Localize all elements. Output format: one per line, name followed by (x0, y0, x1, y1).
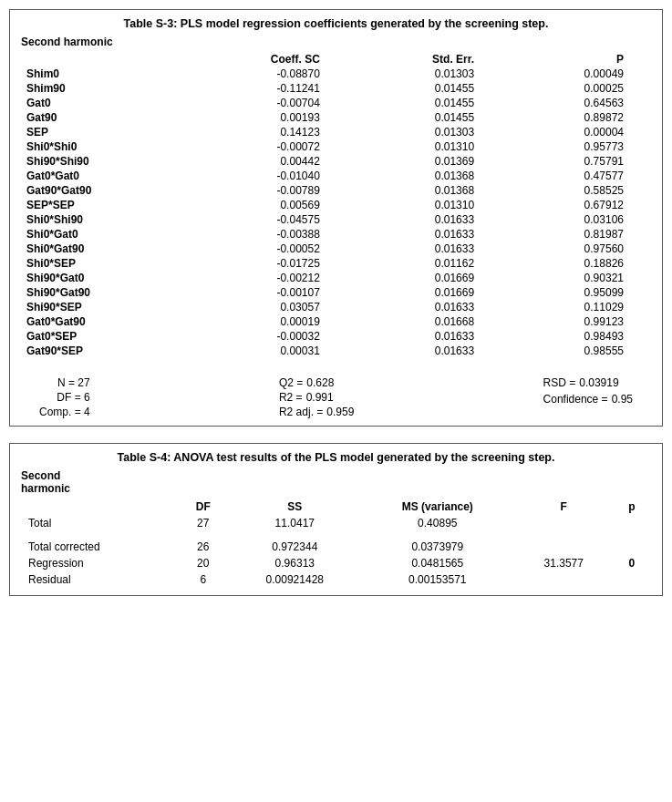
table-row: Shi90*Gat0-0.002120.016690.90321 (21, 271, 651, 285)
anova-col-header-ss: SS (230, 499, 360, 515)
stats-left: N = 27 DF = 6 Comp. = 4 (39, 376, 90, 418)
anova-col-header-df: DF (177, 499, 230, 515)
table-row: Gat0-0.007040.014550.64563 (21, 96, 651, 110)
table-row: Shi0*Gat90-0.000520.016330.97560 (21, 242, 651, 256)
table-row: SEP0.141230.013030.00004 (21, 125, 651, 139)
stat-comp: Comp. = 4 (39, 406, 90, 418)
col-header-p: P (501, 52, 651, 67)
col-header-stderr: Std. Err. (347, 52, 501, 67)
table-row: Gat0*SEP-0.000320.016330.98493 (21, 329, 651, 344)
anova-row: Residual60.009214280.00153571 (21, 571, 651, 588)
table-row: Gat0*Gat900.000190.016680.99123 (21, 314, 651, 329)
table-row: Shi0*Gat0-0.003880.016330.81987 (21, 227, 651, 242)
table-row: Gat90*Gat90-0.007890.013680.58525 (21, 183, 651, 198)
table-row: Shim90-0.112410.014550.00025 (21, 81, 651, 96)
table-row: Shim0-0.088700.013030.00049 (21, 67, 651, 81)
stat-rsd: RSD = 0.03919 (543, 376, 633, 389)
stats-middle: Q2 = 0.628 R2 = 0.991 R2 adj. = 0.959 (279, 376, 354, 418)
table-row: Shi0*SEP-0.017250.011620.18826 (21, 256, 651, 271)
stat-df: DF = 6 (39, 391, 90, 404)
anova-row: Total corrected260.9723440.0373979 (21, 539, 651, 555)
anova-col-header-p: p (613, 499, 651, 515)
anova-col-header-f: F (515, 499, 613, 515)
table-s4: Table S-4: ANOVA test results of the PLS… (9, 443, 663, 596)
table-s4-data: DF SS MS (variance) F p Total2711.04170.… (21, 499, 651, 588)
anova-row: Regression200.963130.048156531.35770 (21, 555, 651, 571)
col-header-name (21, 52, 178, 67)
stat-r2: R2 = 0.991 (279, 391, 354, 404)
anova-col-header-ms: MS (variance) (360, 499, 515, 515)
table-row: Gat900.001930.014550.89872 (21, 110, 651, 125)
table-s4-section-label: Secondharmonic (21, 469, 651, 495)
anova-row: Total2711.04170.40895 (21, 515, 651, 531)
table-row: SEP*SEP0.005690.013100.67912 (21, 198, 651, 212)
table-s3-data: Coeff. SC Std. Err. P Shim0-0.088700.013… (21, 52, 651, 358)
anova-col-header-name (21, 499, 177, 515)
table-row: Shi90*SEP0.030570.016330.11029 (21, 300, 651, 314)
table-row: Shi0*Shi0-0.000720.013100.95773 (21, 139, 651, 154)
table-s3-title: Table S-3: PLS model regression coeffici… (21, 17, 651, 30)
table-row: Shi90*Shi900.004420.013690.75791 (21, 154, 651, 169)
table-row: Gat90*SEP0.000310.016330.98555 (21, 344, 651, 358)
stat-confidence: Confidence = 0.95 (543, 393, 633, 406)
table-row: Shi0*Shi90-0.045750.016330.03106 (21, 212, 651, 227)
stats-section: N = 27 DF = 6 Comp. = 4 Q2 = 0.628 R2 = … (21, 376, 651, 418)
col-header-coeff: Coeff. SC (178, 52, 347, 67)
table-s4-title: Table S-4: ANOVA test results of the PLS… (21, 451, 651, 464)
stat-q2: Q2 = 0.628 (279, 376, 354, 389)
stats-right: RSD = 0.03919 Confidence = 0.95 (543, 376, 633, 406)
table-row: Shi90*Gat90-0.001070.016690.95099 (21, 285, 651, 300)
table-s3: Table S-3: PLS model regression coeffici… (9, 9, 663, 427)
table-s3-section-label: Second harmonic (21, 36, 651, 48)
stat-r2adj: R2 adj. = 0.959 (279, 406, 354, 418)
table-row: Gat0*Gat0-0.010400.013680.47577 (21, 169, 651, 183)
stat-n: N = 27 (39, 376, 90, 389)
